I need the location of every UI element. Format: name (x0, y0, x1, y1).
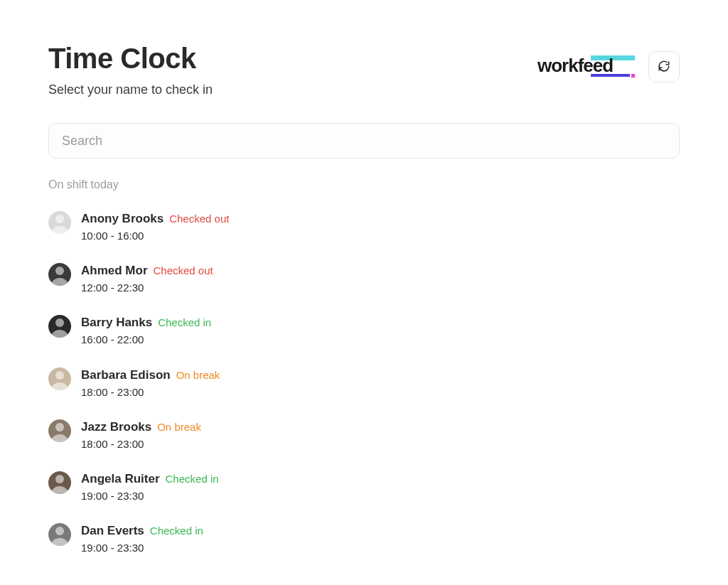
avatar (48, 523, 71, 546)
status-badge: On break (176, 368, 220, 382)
avatar (48, 471, 71, 494)
status-badge: Checked in (166, 472, 219, 486)
svg-point-10 (55, 527, 64, 535)
status-badge: Checked out (169, 212, 229, 226)
status-badge: Checked in (150, 524, 203, 538)
svg-rect-2 (591, 74, 630, 77)
status-badge: Checked in (158, 316, 211, 330)
avatar (48, 263, 71, 286)
shift-time: 10:00 - 16:00 (81, 229, 229, 243)
employee-name: Jazz Brooks (81, 419, 151, 436)
shift-time: 19:00 - 23:30 (81, 489, 219, 503)
svg-text:workfeed: workfeed (537, 55, 613, 76)
shift-list: Anony BrooksChecked out10:00 - 16:00Ahme… (48, 204, 680, 568)
employee-name: Anony Brooks (81, 211, 164, 227)
svg-point-9 (55, 475, 64, 483)
svg-point-6 (55, 318, 64, 327)
shift-time: 18:00 - 23:00 (81, 437, 201, 451)
shift-time: 12:00 - 22:30 (81, 281, 213, 295)
shift-time: 19:00 - 23:30 (81, 541, 203, 555)
page-subtitle: Select your name to check in (48, 82, 213, 97)
status-badge: On break (157, 420, 201, 434)
shift-row[interactable]: Angela RuiterChecked in19:00 - 23:30 (48, 464, 680, 516)
page-title: Time Clock (48, 43, 213, 74)
shift-row[interactable]: Jazz BrooksOn break18:00 - 23:00 (48, 412, 680, 464)
svg-point-7 (55, 371, 64, 380)
workfeed-logo: workfeed (537, 53, 637, 80)
section-label: On shift today (48, 178, 680, 191)
avatar (48, 367, 71, 390)
avatar (48, 211, 71, 234)
header: Time Clock Select your name to check in … (48, 43, 680, 97)
refresh-button[interactable] (648, 51, 680, 82)
shift-time: 18:00 - 23:00 (81, 385, 220, 399)
shift-row[interactable]: Barbara EdisonOn break18:00 - 23:00 (48, 360, 680, 412)
avatar (48, 315, 71, 338)
svg-point-8 (55, 423, 64, 431)
refresh-icon (658, 60, 670, 75)
shift-row[interactable]: Ahmed MorChecked out12:00 - 22:30 (48, 256, 680, 308)
employee-name: Dan Everts (81, 523, 144, 540)
svg-point-4 (55, 215, 64, 223)
employee-name: Angela Ruiter (81, 471, 160, 488)
employee-name: Barry Hanks (81, 315, 152, 331)
search-input[interactable] (48, 123, 680, 159)
employee-name: Ahmed Mor (81, 263, 148, 279)
employee-name: Barbara Edison (81, 367, 171, 384)
svg-point-5 (55, 267, 64, 275)
status-badge: Checked out (154, 264, 213, 278)
shift-row[interactable]: Dan EvertsChecked in19:00 - 23:30 (48, 516, 680, 568)
shift-row[interactable]: Barry HanksChecked in16:00 - 22:00 (48, 308, 680, 360)
svg-rect-3 (631, 74, 635, 77)
avatar (48, 419, 71, 442)
shift-time: 16:00 - 22:00 (81, 333, 211, 347)
shift-row[interactable]: Anony BrooksChecked out10:00 - 16:00 (48, 204, 680, 256)
